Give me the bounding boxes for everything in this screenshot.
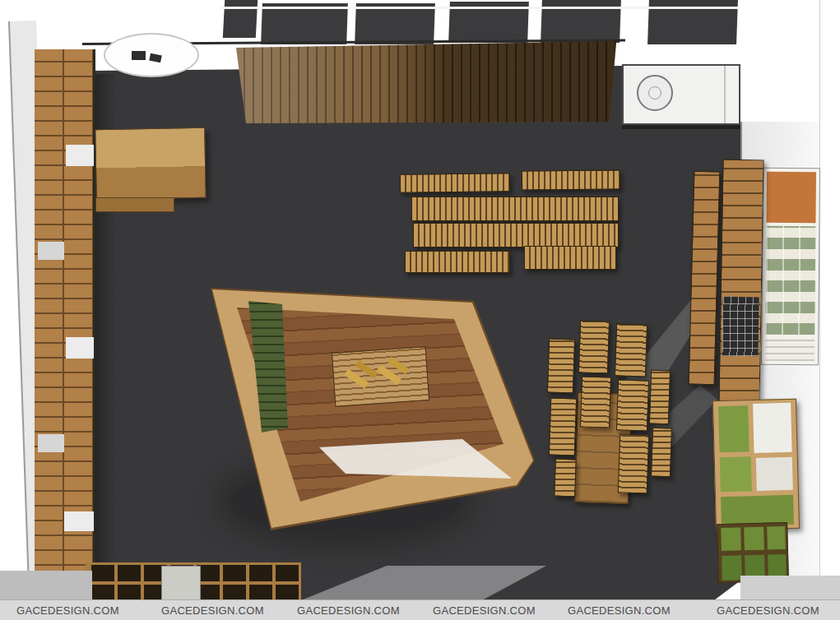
shelf-cell-green [744,527,764,551]
slatted-bench-vertical [578,320,610,373]
green-shelf-upper [712,399,800,531]
watermark-text: GACEDESIGN.COM [161,604,264,617]
slatted-table [413,223,619,248]
poster-thumbnail-grid [765,226,815,335]
shelf-cell-white [66,145,94,166]
slatted-bench-vertical [651,428,672,478]
watermark-text: GACEDESIGN.COM [297,604,400,617]
ceiling-panel [261,3,348,44]
ceiling-panel [355,3,435,44]
ac-unit-fan-hub [648,86,661,99]
shelf-cell-green [767,526,786,550]
shelf-cell-white [753,403,792,453]
slatted-bench-vertical [615,323,647,377]
slatted-bench [522,169,620,190]
poster-caption-block [765,338,814,362]
watermark-text: GACEDESIGN.COM [568,604,671,617]
wall-shelf-wide [718,160,763,404]
watermark-text: GACEDESIGN.COM [717,604,819,617]
slatted-bench-vertical [554,459,577,497]
shelf-cell-white [756,457,793,491]
bookshelf-left [35,49,95,579]
slatted-bench [400,173,510,192]
ac-unit-divider [724,66,726,123]
wall-poster [761,168,820,366]
slatted-ceiling-panel [236,41,616,123]
display-platform [210,286,539,533]
interior-room-render: GACEDESIGN.COM GACEDESIGN.COM GACEDESIGN… [0,0,840,620]
ac-unit [622,64,740,125]
slatted-bench-vertical [618,433,649,493]
ceiling-light-vent [132,51,146,60]
slatted-bench-vertical [547,338,575,393]
shelf-cell-white [64,511,94,531]
shelf-cell-white [66,337,94,359]
ac-unit-shadow [622,125,742,129]
slatted-bench [405,251,510,273]
ceiling-beam [220,7,739,9]
watermark-text: GACEDESIGN.COM [16,604,119,617]
wall-shelf-narrow [689,171,721,386]
slatted-bench-vertical [549,397,577,456]
poster-orange-block [766,172,816,224]
green-shelf-lower [717,522,789,583]
shelf-cell-green [722,555,742,581]
shelf-cell-green [718,405,749,452]
shelf-cell-green [720,456,752,492]
slatted-ceiling-panel-shade [236,41,616,123]
slatted-bench [524,246,616,270]
slatted-bench-vertical [649,370,671,425]
shelf-cell-green [721,527,741,551]
wall-shelf-grid-insert [722,297,759,357]
ceiling-panel [223,0,258,38]
shelf-cell-gray [38,242,64,260]
watermark-bar: GACEDESIGN.COM GACEDESIGN.COM GACEDESIGN… [0,599,840,620]
reception-desk-shelf [95,197,174,212]
display-table [332,346,429,407]
slatted-table [411,197,619,221]
shelf-cell-gray [38,434,64,452]
right-wall-edge [819,0,820,620]
slatted-bench-vertical [616,379,649,431]
slatted-bench-vertical [580,376,611,428]
watermark-text: GACEDESIGN.COM [433,604,536,617]
reception-desk [95,127,206,200]
